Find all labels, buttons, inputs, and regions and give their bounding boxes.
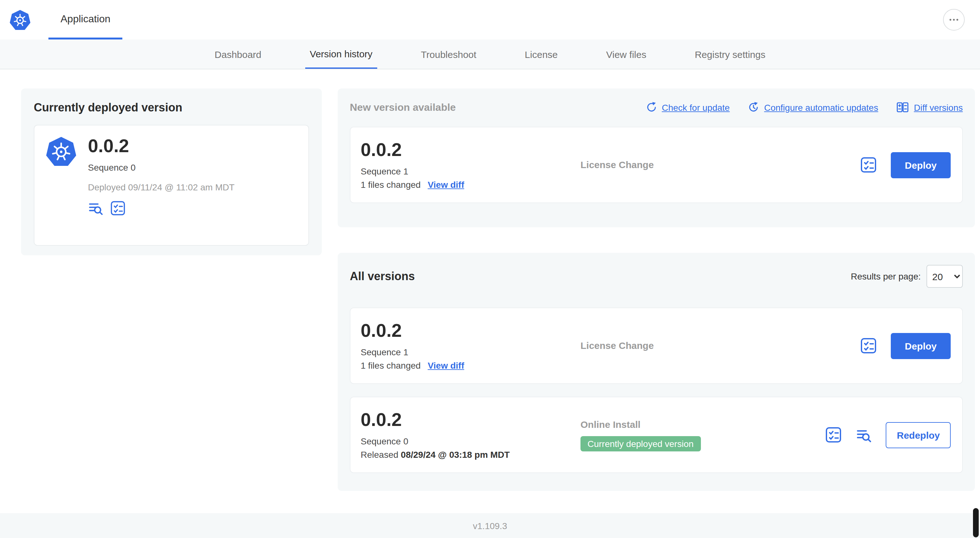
configure-automatic-updates-link[interactable]: Configure automatic updates xyxy=(748,101,878,113)
clock-refresh-icon xyxy=(748,101,759,113)
all-versions-heading: All versions xyxy=(350,270,415,283)
files-changed: 1 files changed xyxy=(361,179,420,190)
footer: v1.109.3 xyxy=(0,513,980,538)
ellipsis-icon xyxy=(948,13,960,26)
current-sequence: Sequence 0 xyxy=(88,162,234,173)
release-notes-icon[interactable] xyxy=(88,200,103,216)
right-column: New version available Check for update xyxy=(338,89,975,491)
console-version: v1.109.3 xyxy=(473,521,507,531)
new-version-row: 0.0.2 Sequence 1 1 files changed View di… xyxy=(350,127,963,203)
app-window: Application Dashboard Version history Tr… xyxy=(0,0,980,538)
version-row: 0.0.2 Sequence 1 1 files changed View di… xyxy=(350,308,963,384)
version-sequence: Sequence 1 xyxy=(361,166,581,176)
diff-icon xyxy=(896,101,909,114)
tab-label: License xyxy=(525,49,558,60)
tab-view-files[interactable]: View files xyxy=(602,40,651,69)
released-timestamp: Released 08/29/24 @ 03:18 pm MDT xyxy=(361,449,581,460)
version-source: License Change xyxy=(581,159,654,170)
currently-deployed-badge: Currently deployed version xyxy=(581,436,701,451)
deploy-button[interactable]: Deploy xyxy=(891,333,951,359)
version-number: 0.0.2 xyxy=(361,410,581,430)
currently-deployed-panel: Currently deployed version xyxy=(21,89,322,255)
new-version-panel: New version available Check for update xyxy=(338,89,975,227)
scrollbar-thumb[interactable] xyxy=(973,508,979,537)
tab-label: View files xyxy=(606,49,646,60)
tab-dashboard[interactable]: Dashboard xyxy=(210,40,266,69)
deployed-timestamp: Deployed 09/11/24 @ 11:02 am MDT xyxy=(88,182,234,192)
check-for-update-label: Check for update xyxy=(662,102,730,113)
view-diff-link[interactable]: View diff xyxy=(428,360,464,371)
tab-troubleshoot[interactable]: Troubleshoot xyxy=(417,40,481,69)
current-version-number: 0.0.2 xyxy=(88,136,234,157)
version-source: License Change xyxy=(581,340,654,351)
new-version-heading: New version available xyxy=(350,102,456,113)
diff-versions-link[interactable]: Diff versions xyxy=(896,101,963,114)
view-diff-link[interactable]: View diff xyxy=(428,179,464,190)
kubernetes-logo-icon xyxy=(10,9,30,30)
tab-label: Dashboard xyxy=(215,49,262,60)
app-header: Application xyxy=(0,0,980,40)
configure-automatic-updates-label: Configure automatic updates xyxy=(764,102,878,113)
main-content: Currently deployed version xyxy=(0,70,980,513)
currently-deployed-card: 0.0.2 Sequence 0 Deployed 09/11/24 @ 11:… xyxy=(34,125,309,246)
version-number: 0.0.2 xyxy=(361,321,581,341)
more-options-button[interactable] xyxy=(943,9,965,30)
tab-license[interactable]: License xyxy=(520,40,562,69)
released-date: 08/29/24 @ 03:18 pm MDT xyxy=(401,449,510,460)
tab-registry-settings[interactable]: Registry settings xyxy=(690,40,770,69)
version-sequence: Sequence 0 xyxy=(361,436,581,446)
version-row: 0.0.2 Sequence 0 Released 08/29/24 @ 03:… xyxy=(350,397,963,473)
preflight-checks-icon[interactable] xyxy=(826,427,842,443)
tab-label: Troubleshoot xyxy=(421,49,476,60)
files-changed: 1 files changed xyxy=(361,360,420,371)
version-source: Online Install xyxy=(581,419,640,429)
subnav: Dashboard Version history Troubleshoot L… xyxy=(0,40,980,70)
tab-label: Registry settings xyxy=(695,49,765,60)
results-per-page-label: Results per page: xyxy=(851,271,921,281)
app-tab-application[interactable]: Application xyxy=(48,0,123,40)
version-sequence: Sequence 1 xyxy=(361,347,581,357)
tab-label: Version history xyxy=(310,48,372,59)
check-for-update-link[interactable]: Check for update xyxy=(645,101,730,113)
diff-versions-label: Diff versions xyxy=(914,102,963,113)
results-per-page-select[interactable]: 20 xyxy=(926,265,963,288)
released-label: Released xyxy=(361,449,401,460)
redeploy-button[interactable]: Redeploy xyxy=(886,422,951,448)
version-number: 0.0.2 xyxy=(361,140,581,160)
release-notes-icon[interactable] xyxy=(856,427,872,443)
refresh-icon xyxy=(645,101,657,113)
preflight-checks-icon[interactable] xyxy=(860,157,877,173)
preflight-checks-icon[interactable] xyxy=(860,338,877,354)
preflight-checks-icon[interactable] xyxy=(110,200,126,216)
tab-version-history[interactable]: Version history xyxy=(305,40,377,69)
app-tab-label: Application xyxy=(60,13,111,24)
currently-deployed-heading: Currently deployed version xyxy=(34,101,309,114)
deploy-button[interactable]: Deploy xyxy=(891,152,951,178)
kubernetes-logo-icon xyxy=(46,136,76,167)
all-versions-panel: All versions Results per page: 20 0.0.2 … xyxy=(338,253,975,491)
